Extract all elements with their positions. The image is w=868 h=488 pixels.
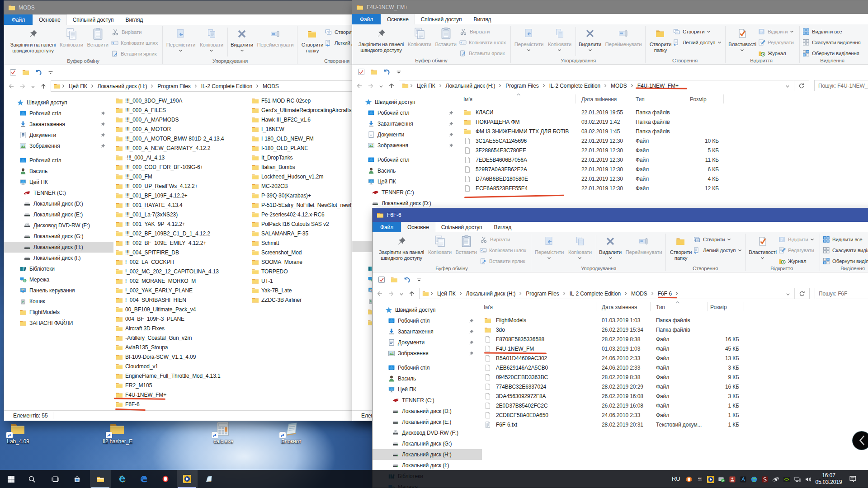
file-row[interactable]: КЛАСИ 22.01.2019 19:55 Папка файлів	[352, 108, 727, 117]
file-row[interactable]: Schmitt	[252, 238, 279, 248]
file-row[interactable]: !!!_002_BF_109B2_C1_D_1_4.12.2	[116, 229, 210, 238]
ribbon-copy-to-button[interactable]: Копіювати	[566, 233, 594, 266]
qat-customize-button[interactable]	[47, 69, 54, 75]
column-header-type[interactable]: Тип	[636, 96, 645, 103]
file-row[interactable]: ECE6A8523BFF55E4 22.01.2019 12:30 Файл 1…	[352, 184, 727, 193]
qat-undo-button[interactable]	[383, 68, 390, 75]
file-row[interactable]: !_002_MC_202_12_CAPITOLINA_4.13	[116, 267, 219, 276]
file-row[interactable]: AviaB135_Stoupa	[116, 343, 168, 352]
file-row[interactable]: !!!_002_BF_109E_EMILY_4.12.2+	[116, 238, 206, 248]
ribbon-copy-button[interactable]: Копіювати	[426, 233, 453, 266]
breadcrumb-segment[interactable]: IL-2 Complete Edition	[542, 83, 604, 89]
breadcrumb-segment[interactable]: Program Files	[150, 83, 193, 89]
file-row[interactable]: !!!_004_SPITFIRE_DB	[116, 248, 179, 257]
file-row[interactable]: F6F-6.txt 28.02.2019 20:31 Текстовий док…	[373, 420, 748, 430]
ribbon-pin-button[interactable]: Закріпити на панелішвидкого доступу	[355, 25, 407, 58]
file-row[interactable]: 3DA4563092972F8A 26.02.2019 16:08 Файл 3…	[373, 392, 748, 401]
tray-volume-icon[interactable]	[804, 475, 812, 483]
nav-up-button[interactable]	[40, 83, 47, 90]
nav-recent-caret[interactable]	[30, 84, 36, 89]
ribbon-select-all-button[interactable]: Виділити все	[802, 27, 842, 37]
nav-back-button[interactable]	[356, 82, 363, 89]
tray-satellite-app-icon[interactable]	[772, 475, 779, 483]
ribbon-cut-button[interactable]: Вирізати	[480, 235, 510, 244]
breadcrumb-segment[interactable]: IL-2 Complete Edition	[194, 83, 255, 89]
ribbon-history-button[interactable]: Журнал	[778, 256, 806, 266]
tab-share[interactable]: Спільний доступ	[415, 14, 468, 24]
tray-driver-check-icon[interactable]	[717, 475, 725, 483]
qat-properties-button[interactable]	[9, 69, 17, 76]
breadcrumb-segment[interactable]: F6F-6	[651, 291, 675, 297]
taskbar-opera-button[interactable]	[156, 470, 175, 488]
taskbar-potplayer-button[interactable]	[177, 470, 198, 488]
ribbon-copy-to-button[interactable]: Копіювати	[546, 25, 574, 58]
refresh-icon[interactable]	[798, 290, 806, 297]
file-row[interactable]: MC-202CB	[252, 181, 288, 191]
ribbon-edit-button[interactable]: Редагувати	[778, 245, 814, 255]
file-row[interactable]: SALAMANRA_F-35	[252, 229, 308, 238]
file-row[interactable]: !!!_001_BF_109F_4.12.2+	[116, 191, 187, 200]
breadcrumb-segment[interactable]: Цей ПК	[61, 83, 90, 89]
breadcrumb-segment[interactable]: MODS	[624, 291, 651, 297]
file-row[interactable]: !!!_001_YAK_9P_4.12.2+	[116, 219, 185, 229]
file-row[interactable]: I_16NEW	[252, 124, 284, 134]
file-row[interactable]: !!!_000_FM	[116, 172, 152, 181]
ribbon-delete-button[interactable]: Видалити	[577, 25, 603, 58]
ribbon-copy-path-button[interactable]: Копіювати шлях	[111, 38, 158, 48]
file-row[interactable]: !_004_SURIBASHI_HIEN	[116, 295, 186, 305]
file-row[interactable]: !!!_000_A_MOTOR	[116, 124, 171, 134]
tab-home[interactable]: Основне	[401, 222, 435, 232]
ribbon-open-button[interactable]: Відкрити	[758, 27, 794, 37]
taskbar-start-button[interactable]	[0, 470, 21, 488]
desktop-icon-il2-hasher-e[interactable]: Il2 hasher_E	[100, 421, 135, 445]
file-row[interactable]: 2CD8CF58A0E0A650 24.06.2010 2:33 Файл 1 …	[373, 411, 748, 420]
nav-forward-button[interactable]	[367, 82, 374, 89]
file-row[interactable]: ZZDC-3B Airliner	[252, 295, 302, 305]
taskbar-store-button[interactable]	[67, 470, 87, 488]
breadcrumb-segment[interactable]: Цей ПК	[410, 83, 439, 89]
file-row[interactable]: P-39Q-30(Karabas)+	[252, 191, 311, 200]
file-row[interactable]: 529B7A0A3FB62E2A 22.01.2019 12:30 Файл 6…	[352, 165, 727, 174]
qat-undo-button[interactable]	[403, 276, 410, 283]
ribbon-pin-button[interactable]: Закріпити на панелішвидкого доступу	[375, 233, 428, 266]
qat-properties-button[interactable]	[378, 276, 385, 283]
ribbon-pin-button[interactable]: Закріпити на панелішвидкого доступу	[7, 26, 59, 58]
desktop-icon-calc-exe[interactable]: calc.exe	[206, 421, 241, 445]
ribbon-select-none-button[interactable]: Скасувати виділення	[802, 38, 861, 47]
file-row[interactable]: !!!_000_A_MOTOR_BMW-801D-2_4.13.4	[116, 134, 224, 143]
action-center-icon[interactable]	[849, 475, 857, 483]
file-row[interactable]: 004_BF_109F-3_PLANE	[116, 314, 184, 324]
tray-avast-icon[interactable]	[685, 475, 693, 483]
ribbon-delete-button[interactable]: Видалити	[598, 233, 623, 266]
file-row[interactable]: TORPEDO	[252, 267, 288, 276]
breadcrumb-segment[interactable]: Program Files	[498, 83, 542, 89]
ribbon-easy-access-button[interactable]: Легкий доступ	[693, 245, 742, 255]
file-row[interactable]: P-51D-5Ealry_NoFillet_NewSlot_newFM	[252, 200, 358, 210]
breadcrumb-segment[interactable]: MODS	[604, 83, 630, 89]
taskbar-internet-explorer-button[interactable]	[112, 470, 132, 488]
column-header-date[interactable]: Дата змінення	[602, 304, 637, 310]
ribbon-select-none-button[interactable]: Скасувати виділення	[823, 245, 868, 255]
taskbar-notepad-button[interactable]	[199, 470, 219, 488]
file-row[interactable]: Cloudmod_v1	[116, 361, 158, 371]
ribbon-properties-button[interactable]: Властивості	[749, 233, 777, 266]
nav-recent-caret[interactable]	[378, 83, 384, 89]
ribbon-move-to-button[interactable]: Перемістити	[533, 233, 565, 266]
taskbar-search-button[interactable]	[22, 470, 42, 488]
file-row[interactable]: I-180_OLD_PLANE	[252, 143, 308, 153]
file-row[interactable]: Aircraft 3D Fixes	[116, 324, 165, 333]
file-row[interactable]: 3do 26.02.2019 15:34 Папка файлів	[373, 325, 748, 335]
ribbon-easy-access-button[interactable]: Легкий доступ	[673, 38, 722, 47]
qat-properties-button[interactable]	[358, 68, 365, 75]
file-row[interactable]: Italian_Bombs	[252, 162, 295, 172]
breadcrumb[interactable]: Цей ПКЛокальний диск (H:)Program FilesIL…	[399, 80, 809, 91]
tray-nvidia-icon[interactable]	[783, 475, 790, 483]
file-row[interactable]: AEB629146A2A5CB0 24.06.2010 2:33 Файл 3 …	[373, 363, 748, 373]
screen-overlay-back-button[interactable]	[852, 431, 868, 450]
tab-home[interactable]: Основне	[33, 14, 67, 25]
file-row[interactable]: Screenshot_Mod	[252, 248, 302, 257]
nav-up-button[interactable]	[388, 82, 395, 89]
column-header-name[interactable]: Ім'я	[463, 96, 472, 103]
tab-home[interactable]: Основне	[381, 14, 415, 24]
file-row[interactable]: 2E0D37B85402FC2C 26.02.2019 16:08 Файл 1…	[373, 401, 748, 411]
